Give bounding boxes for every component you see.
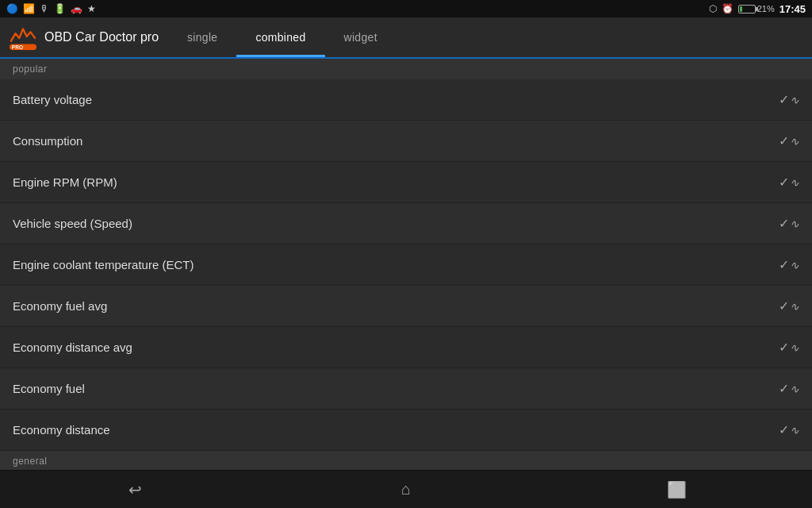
time-display: 17:45 xyxy=(779,3,806,15)
item-economy-fuel-avg: Economy fuel avg xyxy=(13,299,107,313)
recent-button[interactable]: ⬜ xyxy=(645,474,708,506)
check-icon: ✓ xyxy=(779,381,789,396)
wave-icon: ∿ xyxy=(790,94,799,106)
section-header-general: general xyxy=(0,451,812,470)
home-button[interactable]: ⌂ xyxy=(374,474,438,506)
check-icon: ✓ xyxy=(779,298,789,314)
item-battery-voltage: Battery voltage xyxy=(13,93,92,106)
bluetooth-right-icon: ⬡ xyxy=(709,3,717,14)
nav-bar: ↩ ⌂ ⬜ xyxy=(0,470,812,508)
signal-icon: 📶 xyxy=(23,3,35,14)
wave-icon: ∿ xyxy=(790,424,799,437)
recent-icon: ⬜ xyxy=(667,480,687,499)
item-vehicle-speed: Vehicle speed (Speed) xyxy=(13,217,132,230)
battery-fill xyxy=(740,6,743,12)
list-item[interactable]: Engine coolant temperature (ECT) ✓ ∿ xyxy=(0,244,812,286)
tabs-container: single combined widget xyxy=(168,17,812,57)
check-icon: ✓ xyxy=(779,133,789,148)
list-item[interactable]: Engine RPM (RPM) ✓ ∿ xyxy=(0,162,812,203)
check-icon: ✓ xyxy=(779,257,789,272)
star-icon: ★ xyxy=(87,3,96,14)
item-engine-rpm-icons: ✓ ∿ xyxy=(779,175,799,190)
check-icon: ✓ xyxy=(779,340,789,355)
item-economy-fuel-avg-icons: ✓ ∿ xyxy=(779,298,799,314)
list-item[interactable]: Economy distance ✓ ∿ xyxy=(0,410,812,451)
status-bar-left: 🔵 📶 🎙 🔋 🚗 ★ xyxy=(6,3,96,14)
item-engine-rpm: Engine RPM (RPM) xyxy=(13,175,117,189)
bt-icon: 🔵 xyxy=(6,3,18,14)
item-vehicle-speed-icons: ✓ ∿ xyxy=(779,216,799,231)
battery-percent: 21% xyxy=(757,4,775,13)
item-consumption: Consumption xyxy=(13,134,82,148)
check-icon: ✓ xyxy=(779,216,789,231)
app-logo-area: PRO OBD Car Doctor pro xyxy=(0,17,168,57)
content-area: popular Battery voltage ✓ ∿ Consumption … xyxy=(0,59,812,470)
alarm-icon: ⏰ xyxy=(722,3,733,14)
check-icon: ✓ xyxy=(779,175,789,190)
item-engine-coolant-icons: ✓ ∿ xyxy=(779,257,799,272)
back-icon: ↩ xyxy=(128,480,142,499)
section-header-popular: popular xyxy=(0,59,812,79)
home-icon: ⌂ xyxy=(401,480,411,498)
status-bar-right: ⬡ ⏰ 21% 17:45 xyxy=(709,3,806,15)
status-bar: 🔵 📶 🎙 🔋 🚗 ★ ⬡ ⏰ 21% 17:45 xyxy=(0,0,812,17)
logo-svg: PRO xyxy=(10,23,36,50)
item-engine-coolant: Engine coolant temperature (ECT) xyxy=(13,258,193,271)
tab-widget[interactable]: widget xyxy=(325,17,396,57)
check-icon: ✓ xyxy=(779,422,789,437)
wave-icon: ∿ xyxy=(790,176,799,189)
item-battery-voltage-icons: ✓ ∿ xyxy=(779,92,799,107)
app-logo-icon: PRO xyxy=(10,23,38,52)
item-economy-distance-avg-icons: ✓ ∿ xyxy=(779,340,799,355)
app-header: PRO OBD Car Doctor pro single combined w… xyxy=(0,17,812,59)
item-consumption-icons: ✓ ∿ xyxy=(779,133,799,148)
item-economy-fuel: Economy fuel xyxy=(13,382,85,395)
battery-small-icon: 🔋 xyxy=(54,3,66,14)
wave-icon: ∿ xyxy=(790,135,799,148)
item-economy-distance: Economy distance xyxy=(13,423,110,437)
list-item[interactable]: Economy fuel ✓ ∿ xyxy=(0,368,812,410)
list-item[interactable]: Economy fuel avg ✓ ∿ xyxy=(0,286,812,327)
app-title: OBD Car Doctor pro xyxy=(44,30,159,44)
tab-combined[interactable]: combined xyxy=(236,17,324,57)
wave-icon: ∿ xyxy=(790,383,799,395)
list-item[interactable]: Consumption ✓ ∿ xyxy=(0,121,812,162)
car-icon: 🚗 xyxy=(71,3,82,14)
item-economy-fuel-icons: ✓ ∿ xyxy=(779,381,799,396)
list-item[interactable]: Economy distance avg ✓ ∿ xyxy=(0,327,812,368)
tab-single[interactable]: single xyxy=(168,17,236,57)
wave-icon: ∿ xyxy=(790,341,799,354)
battery-box xyxy=(738,5,756,13)
wave-icon: ∿ xyxy=(790,217,799,230)
back-button[interactable]: ↩ xyxy=(104,474,167,506)
svg-text:PRO: PRO xyxy=(12,44,23,50)
wave-icon: ∿ xyxy=(790,259,799,271)
item-economy-distance-icons: ✓ ∿ xyxy=(779,422,799,437)
check-icon: ✓ xyxy=(779,92,789,107)
battery-indicator: 21% xyxy=(738,4,775,13)
list-item[interactable]: Vehicle speed (Speed) ✓ ∿ xyxy=(0,203,812,244)
mic-icon: 🎙 xyxy=(40,3,49,14)
item-economy-distance-avg: Economy distance avg xyxy=(13,341,132,354)
wave-icon: ∿ xyxy=(790,300,799,313)
list-item[interactable]: Battery voltage ✓ ∿ xyxy=(0,79,812,121)
